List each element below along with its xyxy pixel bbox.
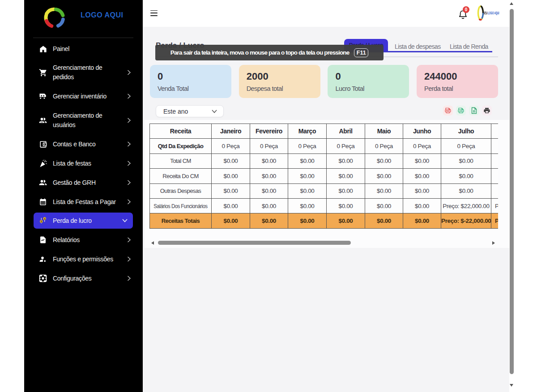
svg-text:PDF: PDF	[446, 110, 450, 112]
svg-text:CSV: CSV	[459, 110, 463, 112]
